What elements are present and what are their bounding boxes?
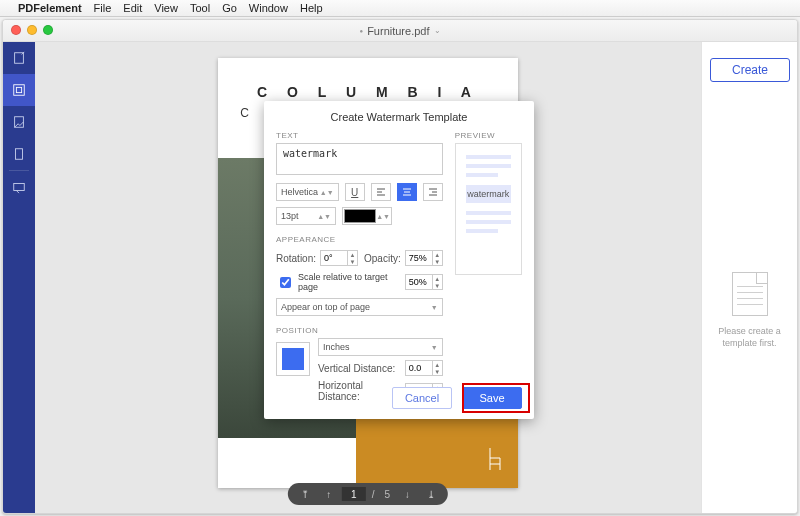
window-minimize-button[interactable] (27, 25, 37, 35)
svg-rect-2 (14, 85, 25, 96)
section-preview-label: PREVIEW (455, 131, 522, 140)
menu-edit[interactable]: Edit (123, 2, 142, 14)
left-sidebar (3, 42, 35, 513)
layer-select[interactable]: Appear on top of page▼ (276, 298, 443, 316)
page-navigator: ⤒ ↑ / 5 ↓ ⤓ (288, 483, 448, 505)
sidebar-item-3[interactable] (3, 106, 35, 138)
page-prev-button[interactable]: ↑ (318, 485, 340, 503)
page-total: 5 (381, 489, 395, 500)
section-appearance-label: APPEARANCE (276, 235, 443, 244)
vertical-distance-label: Vertical Distance: (318, 363, 395, 374)
watermark-preview: watermark (455, 143, 522, 275)
svg-rect-5 (16, 149, 23, 160)
page-heading-1: C O L U M B I A (218, 84, 518, 100)
page-first-button[interactable]: ⤒ (294, 485, 316, 503)
position-anchor-picker[interactable] (276, 342, 310, 376)
watermark-text-input[interactable]: watermark (276, 143, 443, 175)
document-title: ● Furniture.pdf ⌄ (360, 25, 441, 37)
menu-file[interactable]: File (94, 2, 112, 14)
menu-view[interactable]: View (154, 2, 178, 14)
document-dirty-indicator: ● (360, 28, 364, 34)
create-template-button[interactable]: Create (710, 58, 790, 82)
template-placeholder-icon (732, 272, 768, 316)
rotation-input[interactable]: ▲▼ (320, 250, 358, 266)
align-left-button[interactable] (371, 183, 391, 201)
underline-button[interactable]: U (345, 183, 365, 201)
menu-help[interactable]: Help (300, 2, 323, 14)
mac-menubar: PDFelement File Edit View Tool Go Window… (0, 0, 800, 17)
page-last-button[interactable]: ⤓ (420, 485, 442, 503)
template-placeholder-text: Please create a template first. (710, 326, 789, 349)
window-close-button[interactable] (11, 25, 21, 35)
window-titlebar: ● Furniture.pdf ⌄ (3, 20, 797, 42)
rotation-label: Rotation: (276, 253, 316, 264)
scale-input[interactable]: ▲▼ (405, 274, 443, 290)
page-separator: / (368, 489, 379, 500)
align-right-button[interactable] (423, 183, 443, 201)
dialog-title: Create Watermark Template (276, 111, 522, 123)
page-next-button[interactable]: ↓ (396, 485, 418, 503)
page-current-input[interactable] (342, 487, 366, 501)
titlebar-dropdown-icon[interactable]: ⌄ (434, 26, 441, 35)
horizontal-distance-label: Horizontal Distance: (318, 380, 399, 402)
opacity-input[interactable]: ▲▼ (405, 250, 443, 266)
chair-icon (486, 446, 504, 474)
menu-tool[interactable]: Tool (190, 2, 210, 14)
font-family-select[interactable]: Helvetica▲▼ (276, 183, 339, 201)
sidebar-item-5[interactable] (3, 171, 35, 203)
window-fullscreen-button[interactable] (43, 25, 53, 35)
menu-window[interactable]: Window (249, 2, 288, 14)
svg-rect-6 (14, 184, 25, 191)
scale-checkbox[interactable]: Scale relative to target page (276, 272, 399, 292)
cancel-button[interactable]: Cancel (392, 387, 452, 409)
font-size-select[interactable]: 13pt▲▼ (276, 207, 336, 225)
section-text-label: TEXT (276, 131, 443, 140)
color-swatch (344, 209, 376, 223)
create-watermark-dialog: Create Watermark Template TEXT watermark… (264, 101, 534, 419)
opacity-label: Opacity: (364, 253, 401, 264)
font-color-select[interactable]: ▲▼ (342, 207, 392, 225)
preview-watermark-text: watermark (466, 185, 511, 203)
svg-rect-3 (16, 87, 21, 92)
save-button[interactable]: Save (462, 387, 522, 409)
align-center-button[interactable] (397, 183, 417, 201)
app-menu[interactable]: PDFelement (18, 2, 82, 14)
vertical-distance-input[interactable]: ▲▼ (405, 360, 443, 376)
sidebar-item-1[interactable] (3, 42, 35, 74)
menu-go[interactable]: Go (222, 2, 237, 14)
section-position-label: POSITION (276, 326, 443, 335)
right-panel: Create Please create a template first. (701, 42, 797, 513)
units-select[interactable]: Inches▼ (318, 338, 443, 356)
sidebar-item-4[interactable] (3, 138, 35, 170)
sidebar-item-2[interactable] (3, 74, 35, 106)
